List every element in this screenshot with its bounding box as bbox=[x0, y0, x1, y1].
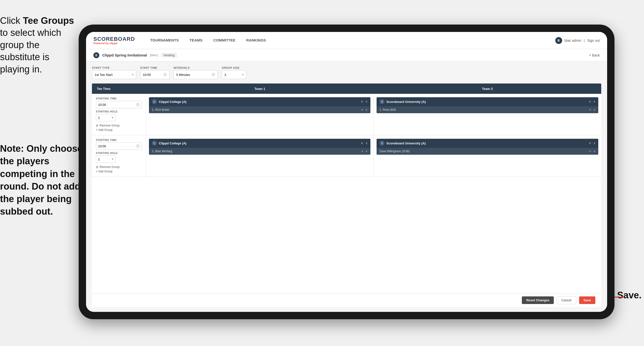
annotation-right-bold: Save. bbox=[617, 290, 642, 300]
tablet-frame: SCOREBOARD Powered by clippd TOURNAMENTS… bbox=[79, 24, 614, 319]
team-name-1-2: Scoreboard University (A) bbox=[386, 100, 426, 104]
add-group-btn-1[interactable]: + Add Group bbox=[96, 128, 142, 132]
up-down-icon-2-2[interactable]: ⬍ bbox=[593, 142, 595, 145]
team-card-header-1-2: S Scoreboard University (A) ✕ ⬍ bbox=[376, 97, 598, 106]
group-size-label: Group Size bbox=[222, 66, 246, 69]
player-close-icon-2-1-0[interactable]: ✕ bbox=[361, 150, 364, 153]
close-icon-2-1[interactable]: ✕ bbox=[360, 141, 364, 145]
nav-committee[interactable]: COMMITTEE bbox=[208, 32, 241, 49]
team-name-1-1: Clippd College (A) bbox=[159, 100, 186, 104]
player-row-2-2-0: Dave Billingham (SUB) ✕ ⬍ bbox=[376, 148, 598, 155]
team-card-1-2: S Scoreboard University (A) ✕ ⬍ 1. Rees … bbox=[376, 97, 598, 113]
nav-separator: | bbox=[584, 38, 585, 42]
nav-tournaments[interactable]: TOURNAMENTS bbox=[145, 32, 184, 49]
time-input-1[interactable]: 10:00 🕐 bbox=[96, 101, 142, 108]
group-row-2: STARTING TIME: 10:05 🕐 STARTING HOLE: 1 … bbox=[92, 135, 601, 177]
logo-scoreboard: SCOREBOARD bbox=[94, 36, 135, 42]
annotation-text-prefix: Click bbox=[0, 15, 23, 26]
breadcrumb-bar: B Clippd Spring Invitational (Men) Hosti… bbox=[86, 49, 607, 61]
close-icon-1-2[interactable]: ✕ bbox=[588, 100, 592, 104]
annotation-note-prefix: Note: bbox=[0, 143, 26, 154]
bottom-bar: Reset Changes Cancel Save bbox=[92, 293, 601, 307]
player-name-2-1-0: 2. Blair McHarg bbox=[152, 150, 172, 153]
team-card-2-2: S Scoreboard University (A) ✕ ⬍ Dave Bil… bbox=[376, 139, 598, 155]
annotation-text-bold: Tee Groups bbox=[23, 15, 74, 26]
player-updown-icon-1-1-0[interactable]: ⬍ bbox=[366, 108, 368, 111]
chevron-down-icon: ▾ bbox=[132, 73, 134, 76]
team-name-2-2: Scoreboard University (A) bbox=[386, 141, 426, 145]
group-row: STARTING TIME: 10:00 🕐 STARTING HOLE: 1 … bbox=[92, 94, 601, 135]
start-type-label: Start Type bbox=[92, 66, 136, 69]
starting-hole-label-1: STARTING HOLE: bbox=[96, 110, 142, 113]
remove-group-btn-2[interactable]: 🗑 Remove Group bbox=[96, 165, 142, 169]
save-button[interactable]: Save bbox=[579, 296, 595, 304]
player-updown-icon-1-2-0[interactable]: ⬍ bbox=[593, 108, 595, 111]
hole-input-2[interactable]: 1 ▾ bbox=[96, 155, 116, 163]
nav-right: B blair admin | Sign out bbox=[555, 37, 600, 44]
cancel-button[interactable]: Cancel bbox=[557, 296, 576, 304]
team-card-header-1-1: C Clippd College (A) ✕ ⬍ bbox=[149, 97, 370, 106]
tee-time-header: Tee Time bbox=[92, 87, 146, 91]
team-card-1-1: C Clippd College (A) ✕ ⬍ 1. Rich Butler bbox=[149, 97, 370, 113]
user-label: blair admin bbox=[564, 38, 581, 42]
logo-powered: Powered by clippd bbox=[94, 42, 135, 45]
player-controls-2-2-0: ✕ ⬍ bbox=[589, 150, 595, 153]
player-updown-icon-2-1-0[interactable]: ⬍ bbox=[366, 150, 368, 153]
add-group-btn-2[interactable]: + Add Group bbox=[96, 170, 142, 173]
time-input-2[interactable]: 10:05 🕐 bbox=[96, 142, 142, 150]
starting-hole-label-2: STARTING HOLE: bbox=[96, 152, 142, 154]
player-close-icon-1-2-0[interactable]: ✕ bbox=[589, 108, 592, 111]
player-row-2-1-0: 2. Blair McHarg ✕ ⬍ bbox=[149, 148, 370, 155]
table-header: Tee Time Team 1 Team 2 bbox=[92, 83, 601, 94]
annotation-left-top: Click Tee Groups to select which group t… bbox=[0, 15, 76, 75]
player-controls-1-1-0: ✕ ⬍ bbox=[361, 108, 368, 111]
player-controls-2-1-0: ✕ ⬍ bbox=[361, 150, 368, 153]
player-updown-icon-2-2-0[interactable]: ⬍ bbox=[593, 150, 595, 153]
annotation-note: Note: Only choose the players competing … bbox=[0, 142, 84, 218]
annotation-note-bold: Only choose the players competing in the… bbox=[0, 143, 82, 217]
sign-out-link[interactable]: Sign out bbox=[587, 38, 600, 42]
back-button[interactable]: < Back bbox=[589, 53, 600, 57]
intervals-group: Intervals 5 Minutes 🕐 bbox=[174, 66, 218, 79]
team-card-2-1: C Clippd College (A) ✕ ⬍ 2. Blair McHarg bbox=[149, 139, 370, 155]
main-content: Start Type 1st Tee Start ▾ Start Time 10… bbox=[86, 61, 607, 312]
up-down-icon-2-1[interactable]: ⬍ bbox=[366, 142, 368, 145]
start-type-input[interactable]: 1st Tee Start ▾ bbox=[92, 70, 136, 79]
start-time-group: Start Time 10:00 🕐 bbox=[140, 66, 170, 79]
close-icon-1-1[interactable]: ✕ bbox=[360, 100, 364, 104]
team2-header: Team 2 bbox=[374, 87, 601, 91]
reset-changes-button[interactable]: Reset Changes bbox=[522, 296, 554, 304]
breadcrumb-tag: (Men) bbox=[150, 53, 158, 57]
nav-rankings[interactable]: RANKINGS bbox=[241, 32, 271, 49]
team-card-controls-2-1: ✕ ⬍ bbox=[360, 141, 368, 145]
intervals-input[interactable]: 5 Minutes 🕐 bbox=[174, 70, 218, 79]
close-icon-2-2[interactable]: ✕ bbox=[588, 141, 592, 145]
team-card-controls-1-2: ✕ ⬍ bbox=[588, 100, 595, 104]
group-size-input[interactable]: 2 ▾ bbox=[222, 70, 246, 79]
hole-input-1[interactable]: 1 ▾ bbox=[96, 114, 116, 121]
team-icon-1-2: S bbox=[380, 99, 384, 104]
group-left-2: STARTING TIME: 10:05 🕐 STARTING HOLE: 1 … bbox=[92, 135, 146, 177]
groups-container: STARTING TIME: 10:00 🕐 STARTING HOLE: 1 … bbox=[92, 94, 601, 293]
player-close-icon-2-2-0[interactable]: ✕ bbox=[589, 150, 592, 153]
team-icon-2-2: S bbox=[380, 141, 384, 146]
up-down-icon-1-2[interactable]: ⬍ bbox=[593, 100, 595, 103]
nav-teams[interactable]: TEAMS bbox=[184, 32, 208, 49]
group-left-1: STARTING TIME: 10:00 🕐 STARTING HOLE: 1 … bbox=[92, 94, 146, 135]
time-clock-icon-1: 🕐 bbox=[136, 103, 140, 106]
trash-icon-2: 🗑 bbox=[96, 166, 98, 168]
start-time-input[interactable]: 10:00 🕐 bbox=[140, 70, 170, 79]
remove-group-btn-1[interactable]: 🗑 Remove Group bbox=[96, 124, 142, 127]
player-name-1-2-0: 1. Rees Britt bbox=[380, 108, 396, 111]
team-card-header-left-2-2: S Scoreboard University (A) bbox=[380, 141, 426, 146]
up-down-icon-1-1[interactable]: ⬍ bbox=[366, 100, 368, 103]
group-actions-2: 🗑 Remove Group + Add Group bbox=[96, 165, 142, 173]
team-card-controls-2-2: ✕ ⬍ bbox=[588, 141, 595, 145]
group-team2-cell-2: S Scoreboard University (A) ✕ ⬍ Dave Bil… bbox=[374, 135, 601, 177]
group-size-group: Group Size 2 ▾ bbox=[222, 66, 246, 79]
player-controls-1-2-0: ✕ ⬍ bbox=[589, 108, 595, 111]
group-team1-cell-2: C Clippd College (A) ✕ ⬍ 2. Blair McHarg bbox=[146, 135, 374, 177]
player-close-icon-1-1-0[interactable]: ✕ bbox=[361, 108, 364, 111]
team-card-header-left-1-1: C Clippd College (A) bbox=[152, 99, 186, 104]
start-type-group: Start Type 1st Tee Start ▾ bbox=[92, 66, 136, 79]
